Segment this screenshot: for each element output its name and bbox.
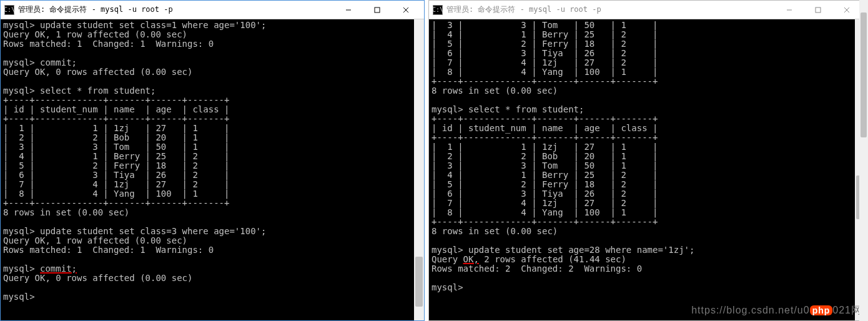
- cmd-icon: C:\: [4, 5, 14, 15]
- terminal-line: | 1 | 1 | 1zj | 27 | 1 |: [3, 124, 422, 133]
- terminal-line: Query OK, 1 row affected (0.00 sec): [3, 30, 422, 39]
- highlighted-text: OK,: [463, 254, 479, 264]
- terminal-line: [3, 217, 422, 227]
- terminal-line: 8 rows in set (0.00 sec): [432, 86, 862, 96]
- terminal-line: | 3 | 3 | Tom | 50 | 1 |: [432, 21, 862, 30]
- svg-rect-1: [375, 7, 380, 12]
- minimize-button[interactable]: [334, 1, 363, 19]
- titlebar-left[interactable]: C:\ 管理员: 命令提示符 - mysql -u root -p: [1, 1, 424, 19]
- maximize-button[interactable]: [804, 1, 832, 19]
- terminal-line: +----+-------------+-------+------+-----…: [432, 217, 862, 227]
- terminal-line: | 4 | 1 | Berry | 25 | 2 |: [432, 30, 862, 39]
- terminal-line: mysql> update student set class=3 where …: [3, 227, 422, 236]
- cmd-window-left: C:\ 管理员: 命令提示符 - mysql -u root -p mysql>…: [0, 0, 425, 321]
- terminal-line: | 4 | 1 | Berry | 25 | 2 |: [3, 152, 422, 161]
- cmd-window-right: C:\ 管理员: 命令提示符 - mysql -u root -p | 3 | …: [428, 0, 866, 321]
- terminal-line: [3, 283, 422, 292]
- window-title-left: 管理员: 命令提示符 - mysql -u root -p: [18, 4, 173, 15]
- watermark: https://blog.csdn.net/u0php021网: [691, 304, 862, 317]
- terminal-line: | id | student_num | name | age | class …: [3, 105, 422, 114]
- terminal-line: | 6 | 3 | Tiya | 26 | 2 |: [432, 49, 862, 58]
- page-scroll-thumb[interactable]: [861, 12, 867, 137]
- terminal-line: mysql> select * from student;: [432, 105, 862, 114]
- watermark-badge: php: [810, 305, 833, 315]
- terminal-line: | 3 | 3 | Tom | 50 | 1 |: [3, 142, 422, 152]
- terminal-right[interactable]: | 3 | 3 | Tom | 50 | 1 || 4 | 1 | Berry …: [429, 19, 865, 320]
- terminal-line: Rows matched: 1 Changed: 1 Warnings: 0: [3, 39, 422, 49]
- watermark-post: 021网: [832, 305, 862, 315]
- terminal-line: | 6 | 3 | Tiya | 26 | 2 |: [3, 170, 422, 180]
- svg-rect-5: [816, 7, 821, 12]
- terminal-line: [3, 77, 422, 86]
- terminal-line: | 8 | 4 | Yang | 100 | 1 |: [432, 208, 862, 217]
- titlebar-right[interactable]: C:\ 管理员: 命令提示符 - mysql -u root -p: [429, 1, 865, 19]
- cmd-icon: C:\: [433, 5, 443, 15]
- terminal-line: [432, 274, 862, 283]
- maximize-button[interactable]: [363, 1, 392, 19]
- close-button[interactable]: [392, 1, 420, 19]
- page-scrollbar[interactable]: [859, 0, 868, 321]
- minimize-button[interactable]: [775, 1, 804, 19]
- terminal-line: | 3 | 3 | Tom | 50 | 1 |: [432, 161, 862, 170]
- terminal-line: Query OK, 1 row affected (0.00 sec): [3, 236, 422, 245]
- terminal-line: | 7 | 4 | 1zj | 27 | 2 |: [432, 199, 862, 208]
- terminal-line: +----+-------------+-------+------+-----…: [432, 114, 862, 124]
- terminal-line: | 2 | 2 | Bob | 20 | 1 |: [432, 152, 862, 161]
- highlighted-text: commit;: [40, 264, 77, 274]
- terminal-line: mysql> select * from student;: [3, 86, 422, 96]
- terminal-line: | 8 | 4 | Yang | 100 | 1 |: [432, 67, 862, 77]
- terminal-line: | 5 | 2 | Ferry | 18 | 2 |: [3, 161, 422, 170]
- terminal-line: mysql> commit;: [3, 58, 422, 67]
- terminal-line: Query OK, 2 rows affected (41.44 sec): [432, 255, 862, 264]
- terminal-line: 8 rows in set (0.00 sec): [432, 227, 862, 236]
- terminal-line: [3, 255, 422, 264]
- window-title-right: 管理员: 命令提示符 - mysql -u root -p: [446, 4, 601, 15]
- terminal-line: +----+-------------+-------+------+-----…: [3, 96, 422, 105]
- terminal-line: | 8 | 4 | Yang | 100 | 1 |: [3, 189, 422, 199]
- terminal-line: +----+-------------+-------+------+-----…: [3, 114, 422, 124]
- terminal-line: Rows matched: 2 Changed: 2 Warnings: 0: [432, 264, 862, 274]
- terminal-line: mysql>: [432, 283, 862, 292]
- terminal-line: | 7 | 4 | 1zj | 27 | 2 |: [432, 58, 862, 67]
- terminal-line: mysql>: [3, 292, 422, 302]
- terminal-line: mysql> update student set class=1 where …: [3, 21, 422, 30]
- terminal-line: Rows matched: 1 Changed: 1 Warnings: 0: [3, 245, 422, 255]
- terminal-line: | 7 | 4 | 1zj | 27 | 2 |: [3, 180, 422, 189]
- scroll-thumb[interactable]: [415, 257, 423, 307]
- terminal-line: | 5 | 2 | Ferry | 18 | 2 |: [432, 39, 862, 49]
- terminal-line: | 6 | 3 | Tiya | 26 | 2 |: [432, 189, 862, 199]
- terminal-line: | 1 | 1 | 1zj | 27 | 1 |: [432, 142, 862, 152]
- terminal-line: +----+-------------+-------+------+-----…: [432, 77, 862, 86]
- terminal-line: [432, 96, 862, 105]
- scrollbar-left[interactable]: [414, 19, 424, 320]
- terminal-line: | 5 | 2 | Ferry | 18 | 2 |: [432, 180, 862, 189]
- watermark-pre: https://blog.csdn.net/u0: [691, 305, 809, 315]
- terminal-line: +----+-------------+-------+------+-----…: [432, 133, 862, 142]
- terminal-line: +----+-------------+-------+------+-----…: [3, 199, 422, 208]
- terminal-line: | 4 | 1 | Berry | 25 | 2 |: [432, 170, 862, 180]
- terminal-line: mysql> update student set age=28 where n…: [432, 245, 862, 255]
- terminal-left[interactable]: mysql> update student set class=1 where …: [1, 19, 424, 320]
- terminal-line: Query OK, 0 rows affected (0.00 sec): [3, 67, 422, 77]
- terminal-line: mysql> commit;: [3, 264, 422, 274]
- terminal-line: 8 rows in set (0.00 sec): [3, 208, 422, 217]
- terminal-line: [432, 236, 862, 245]
- terminal-line: | id | student_num | name | age | class …: [432, 124, 862, 133]
- terminal-line: [3, 49, 422, 58]
- terminal-line: | 2 | 2 | Bob | 20 | 1 |: [3, 133, 422, 142]
- close-button[interactable]: [832, 1, 861, 19]
- terminal-line: Query OK, 0 rows affected (0.00 sec): [3, 274, 422, 283]
